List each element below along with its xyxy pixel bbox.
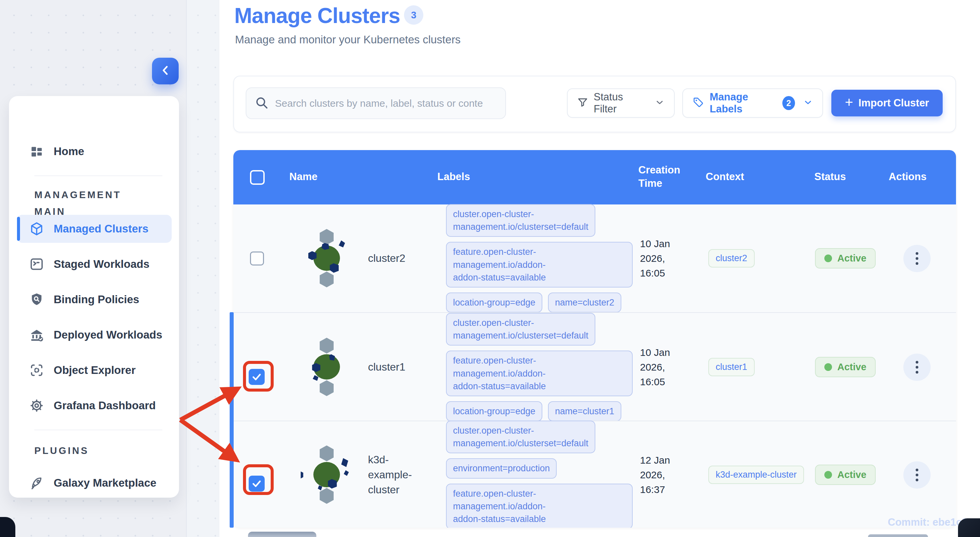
partial-button-bottom-right[interactable] [868,534,928,537]
row-actions-button[interactable] [903,245,931,272]
bank-check-icon [29,327,45,343]
context-cell: k3d-example-cluster [708,421,804,527]
creation-time-line: 10 Jan [640,236,670,251]
creation-time-line: 2026, [640,251,670,266]
context-cell: cluster2 [708,204,755,312]
column-header-status: Status [815,171,846,183]
active-accent-bar [17,217,20,241]
table-row-cluster1[interactable]: cluster1 cluster.open-cluster- managemen… [233,312,956,421]
search-input[interactable] [275,98,497,109]
select-all-checkbox[interactable] [250,170,265,185]
label-chip: cluster.open-cluster- management.io/clus… [446,313,595,346]
sidebar-item-grafana-dashboard[interactable]: Grafana Dashboard [17,392,172,420]
labels-cell: cluster.open-cluster- management.io/clus… [446,320,633,414]
gear-icon [29,398,45,413]
status-filter-button[interactable]: Status Filter [567,88,675,118]
creation-time-cell: 12 Jan 2026, 16:37 [640,421,670,527]
sidebar-collapse-button[interactable] [152,58,179,84]
sidebar-item-label: Galaxy Marketplace [54,476,156,489]
page-title: Manage Clusters [234,3,400,28]
cluster-logo [295,226,358,290]
sidebar-item-label: Grafana Dashboard [54,399,156,412]
actions-cell [903,204,931,312]
status-cell: Active [815,313,876,421]
creation-time-line: 2026, [640,360,670,374]
label-chip: feature.open-cluster-management.io/addon… [446,242,633,287]
manage-labels-button[interactable]: Manage Labels 2 [682,88,823,118]
column-header-name: Name [290,171,317,183]
page-subtitle: Manage and monitor your Kubernetes clust… [235,33,461,46]
cluster-logo [295,443,358,506]
cluster-name: cluster1 [368,360,405,374]
sidebar-divider [34,175,162,176]
status-label: Active [837,362,866,373]
column-header-creation-time: Creation Time [638,163,688,190]
sidebar-item-home[interactable]: Home [17,137,172,166]
partial-button-bottom-left[interactable] [248,532,317,537]
clusters-table: Name Labels Creation Time Context Status… [233,150,956,527]
labels-count-badge: 2 [782,96,795,110]
creation-time-line: 10 Jan [640,345,670,360]
sidebar-item-galaxy-marketplace[interactable]: Galaxy Marketplace [17,469,172,497]
table-row-cluster2[interactable]: cluster2 cluster.open-cluster- managemen… [233,204,956,312]
context-pill: k3d-example-cluster [708,465,804,484]
scan-icon [29,363,45,378]
label-chip: name=cluster2 [548,293,621,312]
search-box[interactable] [246,88,506,119]
row-checkbox-checked[interactable] [249,476,265,492]
label-chip: environment=production [446,458,557,478]
creation-time-line: 16:05 [640,374,670,389]
plus-icon: + [845,96,853,109]
row-checkbox-cell [250,204,264,312]
context-cell: cluster1 [708,313,755,421]
row-checkbox[interactable] [250,252,264,266]
manage-labels-label: Manage Labels [710,91,777,115]
label-chip: feature.open-cluster-management.io/addon… [446,484,633,528]
column-header-actions: Actions [889,171,927,183]
creation-time-line: 12 Jan [640,453,670,468]
row-actions-button[interactable] [903,461,931,489]
status-dot-icon [824,471,832,479]
row-checkbox-cell [249,369,265,385]
app-canvas: MAIN Home MANAGEMENT Managed Clusters [0,0,980,537]
label-chip: cluster.open-cluster- management.io/clus… [446,204,595,237]
sidebar-item-staged-workloads[interactable]: Staged Workloads [17,250,172,278]
status-dot-icon [824,255,832,262]
actions-cell [903,313,931,421]
label-chip: location-group=edge [446,401,542,421]
sidebar-item-label: Home [54,145,84,158]
selected-rows-indicator-bar [230,312,234,527]
import-cluster-button[interactable]: + Import Cluster [831,90,943,116]
corner-widget-bottom-right[interactable] [958,518,980,537]
chevron-down-icon [655,97,665,109]
dashboard-icon [29,144,45,159]
actions-cell [903,421,931,527]
table-row-k3d-example-cluster[interactable]: k3d-example-cluster cluster.open-cluster… [233,421,956,527]
column-header-context: Context [706,171,744,183]
sidebar-item-deployed-workloads[interactable]: Deployed Workloads [17,321,172,349]
sidebar-item-object-explorer[interactable]: Object Explorer [17,356,172,384]
chevron-down-icon [803,97,813,109]
status-badge: Active [815,248,876,269]
sidebar-section-plugins: PLUGINS [34,445,89,456]
label-chip: cluster.open-cluster- management.io/clus… [446,421,595,454]
label-chip: location-group=edge [446,293,542,312]
sidebar-item-managed-clusters[interactable]: Managed Clusters [17,215,172,243]
cluster-name-cell: k3d-example-cluster [368,421,422,527]
sidebar-item-label: Object Explorer [54,364,136,376]
label-chip: feature.open-cluster-management.io/addon… [446,351,633,396]
context-pill: cluster1 [708,358,755,376]
creation-time-cell: 10 Jan 2026, 16:05 [640,313,670,421]
labels-cell: cluster.open-cluster- management.io/clus… [446,211,633,306]
sidebar-section-management: MANAGEMENT [34,190,121,201]
creation-time-line: 16:37 [640,482,670,497]
row-checkbox-checked[interactable] [249,369,265,385]
cluster-name: k3d-example-cluster [368,452,422,497]
cluster-count-badge: 3 [404,5,423,25]
sidebar-item-binding-policies[interactable]: Binding Policies [17,285,172,314]
sidebar-item-label: Binding Policies [54,293,139,306]
row-actions-button[interactable] [903,354,931,381]
status-dot-icon [824,363,832,371]
commit-hash-label: Commit: ebe1c30 [867,516,973,528]
funnel-icon [577,97,588,109]
